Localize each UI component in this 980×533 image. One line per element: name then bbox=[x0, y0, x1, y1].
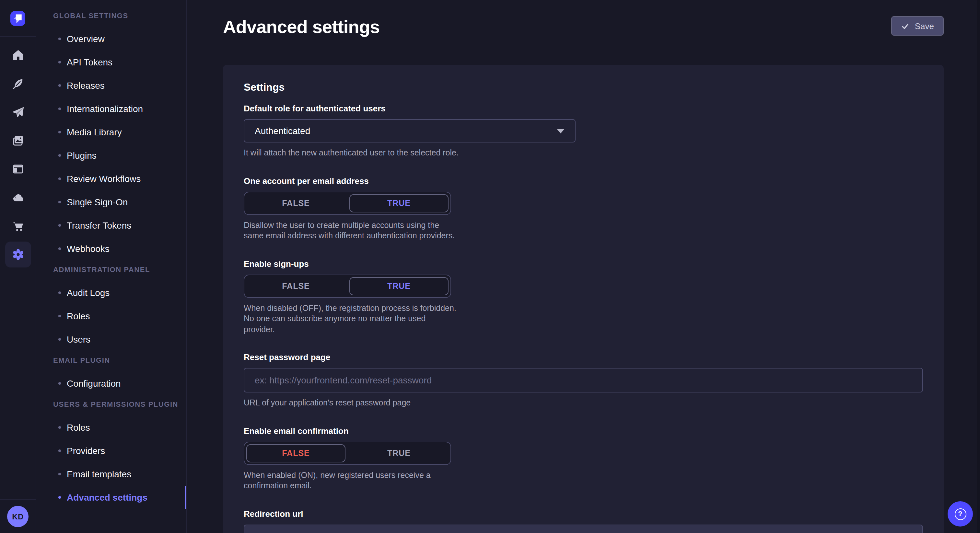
sidebar-item-single-sign-on[interactable]: Single Sign-On bbox=[37, 190, 186, 214]
paper-plane-icon[interactable] bbox=[0, 98, 36, 126]
main-content: Advanced settings Save Settings Default … bbox=[187, 0, 980, 533]
sidebar-item-releases[interactable]: Releases bbox=[37, 74, 186, 97]
bullet-icon bbox=[58, 224, 61, 227]
strapi-logo[interactable] bbox=[10, 11, 25, 25]
help-button[interactable]: ? bbox=[948, 501, 973, 527]
sidebar-item-up-roles[interactable]: Roles bbox=[37, 416, 186, 439]
cloud-icon[interactable] bbox=[0, 183, 36, 212]
page-header: Advanced settings Save bbox=[187, 0, 980, 37]
field-redirection-url: Redirection url bbox=[244, 509, 923, 533]
toggle-option-true[interactable]: TRUE bbox=[349, 444, 449, 462]
field-hint: Disallow the user to create multiple acc… bbox=[244, 220, 459, 241]
toggle-option-false[interactable]: FALSE bbox=[246, 277, 345, 295]
sidebar-item-admin-roles[interactable]: Roles bbox=[37, 305, 186, 328]
settings-sidebar: GLOBAL SETTINGS Overview API Tokens Rele… bbox=[37, 0, 187, 533]
settings-active-tile bbox=[5, 241, 31, 268]
sidebar-item-admin-users[interactable]: Users bbox=[37, 328, 186, 351]
check-icon bbox=[901, 22, 910, 30]
settings-rail-item[interactable] bbox=[0, 240, 36, 269]
settings-gear-icon bbox=[11, 247, 25, 262]
sidebar-section-users-permissions-plugin: USERS & PERMISSIONS PLUGIN Roles Provide… bbox=[37, 400, 186, 509]
feather-icon[interactable] bbox=[0, 69, 36, 98]
field-hint: When enabled (ON), new registered users … bbox=[244, 470, 459, 491]
nav-rail: KD bbox=[0, 0, 36, 533]
one-account-toggle: FALSE TRUE bbox=[244, 191, 451, 215]
media-library-icon[interactable] bbox=[0, 126, 36, 155]
sidebar-item-api-tokens[interactable]: API Tokens bbox=[37, 51, 186, 74]
field-enable-sign-ups: Enable sign-ups FALSE TRUE When disabled… bbox=[244, 259, 923, 335]
sidebar-item-internationalization[interactable]: Internationalization bbox=[37, 97, 186, 121]
bullet-icon bbox=[58, 382, 61, 385]
field-hint: URL of your application's reset password… bbox=[244, 398, 923, 408]
sidebar-item-providers[interactable]: Providers bbox=[37, 439, 186, 462]
field-default-role: Default role for authenticated users Aut… bbox=[244, 104, 923, 159]
bullet-icon bbox=[58, 473, 61, 475]
sidebar-item-webhooks[interactable]: Webhooks bbox=[37, 237, 186, 260]
bullet-icon bbox=[58, 496, 61, 499]
sidebar-item-media-library[interactable]: Media Library bbox=[37, 121, 186, 144]
sidebar-section-email-plugin: EMAIL PLUGIN Configuration bbox=[37, 356, 186, 395]
bullet-icon bbox=[58, 178, 61, 180]
cart-icon[interactable] bbox=[0, 212, 36, 240]
sidebar-item-transfer-tokens[interactable]: Transfer Tokens bbox=[37, 214, 186, 237]
field-label: Default role for authenticated users bbox=[244, 104, 923, 114]
section-label: ADMINISTRATION PANEL bbox=[37, 265, 186, 273]
bullet-icon bbox=[58, 201, 61, 203]
bullet-icon bbox=[58, 84, 61, 87]
bullet-icon bbox=[58, 292, 61, 294]
toggle-option-true[interactable]: TRUE bbox=[349, 194, 449, 212]
bullet-icon bbox=[58, 61, 61, 63]
chevron-down-icon bbox=[557, 128, 565, 133]
avatar[interactable]: KD bbox=[7, 506, 29, 527]
save-button-label: Save bbox=[915, 21, 934, 31]
toggle-option-false[interactable]: FALSE bbox=[246, 444, 345, 462]
sidebar-item-audit-logs[interactable]: Audit Logs bbox=[37, 281, 186, 305]
field-label: Enable email confirmation bbox=[244, 426, 923, 436]
field-one-account-per-email: One account per email address FALSE TRUE… bbox=[244, 176, 923, 241]
default-role-select[interactable]: Authenticated bbox=[244, 119, 576, 143]
bullet-icon bbox=[58, 108, 61, 110]
sidebar-item-overview[interactable]: Overview bbox=[37, 27, 186, 51]
email-confirmation-toggle: FALSE TRUE bbox=[244, 441, 451, 465]
layout-icon[interactable] bbox=[0, 155, 36, 183]
section-label: GLOBAL SETTINGS bbox=[37, 12, 186, 19]
logo-section bbox=[0, 0, 36, 37]
field-label: Redirection url bbox=[244, 509, 923, 519]
save-button[interactable]: Save bbox=[891, 16, 944, 36]
bullet-icon bbox=[58, 449, 61, 452]
toggle-option-false[interactable]: FALSE bbox=[246, 194, 345, 212]
sidebar-section-administration-panel: ADMINISTRATION PANEL Audit Logs Roles Us… bbox=[37, 265, 186, 351]
field-hint: It will attach the new authenticated use… bbox=[244, 148, 923, 159]
card-heading: Settings bbox=[244, 82, 923, 93]
field-label: One account per email address bbox=[244, 176, 923, 186]
field-label: Reset password page bbox=[244, 352, 923, 363]
bullet-icon bbox=[58, 315, 61, 317]
select-value: Authenticated bbox=[255, 125, 557, 136]
reset-password-input[interactable] bbox=[244, 368, 923, 392]
bullet-icon bbox=[58, 131, 61, 133]
rail-nav bbox=[0, 37, 36, 269]
sidebar-item-email-templates[interactable]: Email templates bbox=[37, 462, 186, 486]
settings-card: Settings Default role for authenticated … bbox=[223, 65, 944, 533]
bullet-icon bbox=[58, 38, 61, 40]
page-title: Advanced settings bbox=[223, 17, 944, 37]
sidebar-section-global-settings: GLOBAL SETTINGS Overview API Tokens Rele… bbox=[37, 12, 186, 260]
field-label: Enable sign-ups bbox=[244, 259, 923, 269]
section-label: EMAIL PLUGIN bbox=[37, 356, 186, 364]
redirection-url-input[interactable] bbox=[244, 524, 923, 533]
scrollbar-gutter[interactable] bbox=[977, 0, 980, 533]
avatar-section: KD bbox=[0, 499, 36, 533]
field-hint: When disabled (OFF), the registration pr… bbox=[244, 303, 459, 335]
field-reset-password-page: Reset password page URL of your applicat… bbox=[244, 352, 923, 408]
sidebar-item-review-workflows[interactable]: Review Workflows bbox=[37, 167, 186, 190]
field-enable-email-confirmation: Enable email confirmation FALSE TRUE Whe… bbox=[244, 426, 923, 491]
toggle-option-true[interactable]: TRUE bbox=[349, 277, 449, 295]
sidebar-item-email-configuration[interactable]: Configuration bbox=[37, 372, 186, 395]
sidebar-item-advanced-settings[interactable]: Advanced settings bbox=[37, 486, 186, 509]
bullet-icon bbox=[58, 154, 61, 157]
sidebar-item-plugins[interactable]: Plugins bbox=[37, 144, 186, 167]
bullet-icon bbox=[58, 338, 61, 341]
section-label: USERS & PERMISSIONS PLUGIN bbox=[37, 400, 186, 408]
home-icon[interactable] bbox=[0, 41, 36, 69]
bullet-icon bbox=[58, 426, 61, 429]
